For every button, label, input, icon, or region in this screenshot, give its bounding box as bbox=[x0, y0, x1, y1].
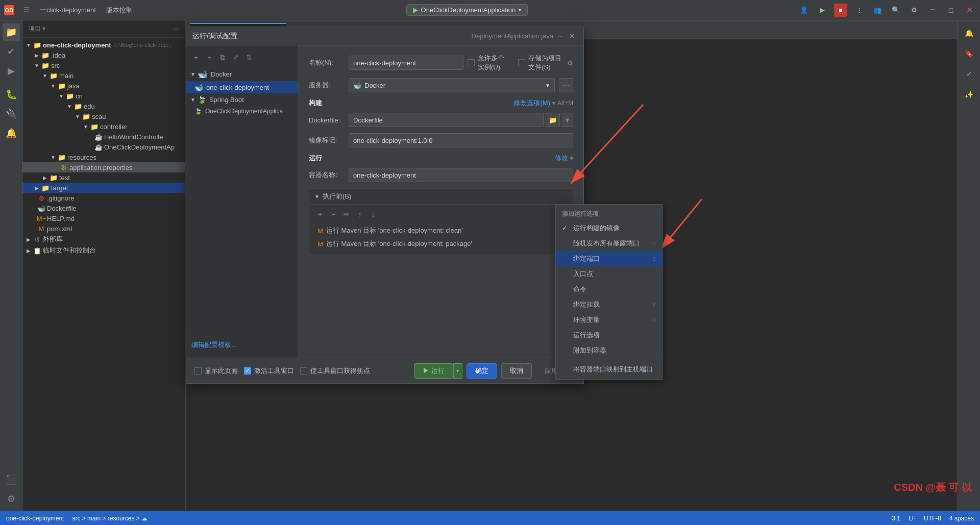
confirm-button[interactable]: 确定 bbox=[467, 363, 497, 379]
containername-input[interactable] bbox=[349, 168, 573, 182]
settings-icon[interactable]: ⚙ bbox=[908, 4, 921, 17]
tree-item-java[interactable]: ▼ 📁 java bbox=[22, 81, 185, 91]
tree-item-src[interactable]: ▼ 📁 src bbox=[22, 60, 185, 70]
get-focus-checkbox[interactable]: 使工具窗口获得焦点 bbox=[300, 366, 370, 376]
tree-item-gitignore[interactable]: ⊗ .gitignore bbox=[22, 193, 185, 203]
activity-terminal-icon[interactable]: ⬛ bbox=[3, 471, 20, 488]
menu-item-bind-mounts[interactable]: 绑定挂载 -v bbox=[556, 297, 662, 312]
task-item-1[interactable]: M 运行 Maven 目标 'one-click-deployment: cle… bbox=[314, 224, 568, 237]
menu-item-expose-ports[interactable]: 随机发布所有暴露端口 -p bbox=[556, 236, 662, 251]
prebuild-remove-button[interactable]: − bbox=[328, 209, 339, 220]
activity-project-icon[interactable]: 📁 bbox=[3, 23, 20, 41]
right-check-icon[interactable]: ✓ bbox=[961, 65, 978, 83]
copy-config-button[interactable]: ⧉ bbox=[217, 52, 228, 63]
prebuild-up-button[interactable]: ↑ bbox=[354, 209, 365, 220]
cancel-button[interactable]: 取消 bbox=[501, 363, 532, 379]
right-notifications-icon[interactable]: 🔔 bbox=[961, 24, 978, 42]
tree-item-dockerfile[interactable]: 🐋 Dockerfile bbox=[22, 203, 185, 213]
menu-item-entry-point[interactable]: 入口点 bbox=[556, 266, 662, 282]
right-bookmark-icon[interactable]: 🔖 bbox=[961, 45, 978, 62]
server-select[interactable]: 🐋 Docker ▼ bbox=[349, 78, 555, 92]
menu-item-map-ports[interactable]: 将容器端口映射到主机端口 bbox=[556, 362, 662, 377]
tree-item-temp-files[interactable]: ▶ 📋 临时文件和控制台 bbox=[22, 245, 185, 256]
modify-run-link[interactable]: 修改 bbox=[555, 154, 568, 163]
config-item-springboot-app[interactable]: 🍃 OneClickDeploymentApplica bbox=[186, 106, 298, 117]
tree-item-target[interactable]: ▶ 📁 target bbox=[22, 183, 185, 193]
save-to-project-check[interactable] bbox=[518, 59, 525, 66]
task-item-2[interactable]: M 运行 Maven 目标 'one-click-deployment: pac… bbox=[314, 237, 568, 251]
allow-multiple-checkbox[interactable]: 允许多个实例(U) bbox=[468, 54, 510, 72]
dockerfile-input[interactable] bbox=[349, 113, 544, 127]
tree-item-helloworld[interactable]: ☕ HelloWorldControlle bbox=[22, 132, 185, 142]
accounts-icon[interactable]: 👥 bbox=[871, 4, 884, 17]
right-ai-icon[interactable]: ✨ bbox=[961, 86, 978, 103]
vcs-menu[interactable]: 版本控制 bbox=[102, 4, 137, 17]
prebuild-header[interactable]: ▼ 执行前(B) bbox=[309, 189, 573, 205]
name-input[interactable] bbox=[349, 56, 463, 70]
tree-item-cn[interactable]: ▼ 📁 cn bbox=[22, 91, 185, 101]
config-item-one-click[interactable]: 🐋 one-click-deployment bbox=[186, 81, 298, 93]
tree-item-idea[interactable]: ▶ 📁 .idea bbox=[22, 50, 185, 60]
more-icon[interactable]: ⋮ bbox=[852, 4, 866, 17]
edit-templates-link[interactable]: 编辑配置模板... bbox=[186, 336, 298, 354]
project-name-menu[interactable]: 一click-deployment bbox=[36, 4, 100, 17]
sort-config-button[interactable]: ⇅ bbox=[243, 52, 255, 63]
maximize-button[interactable]: □ bbox=[944, 4, 958, 17]
menu-item-env-vars[interactable]: 环境变量 -e bbox=[556, 312, 662, 328]
activity-debug-icon[interactable]: 🐛 bbox=[3, 86, 20, 103]
activate-window-checkbox[interactable]: ✓ 激活工具窗口 bbox=[244, 366, 294, 376]
activity-plugins-icon[interactable]: 🔌 bbox=[3, 105, 20, 122]
dockerfile-browse-button[interactable]: 📁 bbox=[546, 113, 560, 127]
minimize-button[interactable]: − bbox=[926, 4, 939, 17]
tree-item-main[interactable]: ▼ 📁 main bbox=[22, 70, 185, 81]
tree-item-scau[interactable]: ▼ 📁 scau bbox=[22, 111, 185, 121]
add-config-button[interactable]: + bbox=[190, 52, 202, 63]
run-dropdown-button[interactable]: ▾ bbox=[453, 363, 462, 379]
modify-options-link[interactable]: 修改选项(M) bbox=[513, 98, 550, 108]
search-icon[interactable]: 🔍 bbox=[889, 4, 902, 17]
tree-item-resources[interactable]: ▼ 📁 resources bbox=[22, 152, 185, 162]
get-focus-check[interactable] bbox=[300, 367, 307, 374]
prebuild-edit-button[interactable]: ✏ bbox=[341, 209, 352, 220]
activity-run-icon[interactable]: ▶ bbox=[3, 62, 20, 80]
tree-item-root[interactable]: ▼ 📁 one-click-deployment F:\Blog\one-cli… bbox=[22, 40, 185, 50]
menu-item-run-options[interactable]: 运行选项 bbox=[556, 328, 662, 343]
save-to-project-checkbox[interactable]: 存储为项目文件(S) ⚙ bbox=[518, 54, 573, 72]
config-section-docker[interactable]: ▼ 🐋 Docker bbox=[186, 67, 298, 81]
tree-item-appprops[interactable]: ⚙ application.properties bbox=[22, 162, 185, 172]
menu-item-bind-ports[interactable]: 绑定端口 -p bbox=[556, 251, 662, 266]
imagetag-input[interactable] bbox=[349, 133, 573, 147]
activate-window-check[interactable]: ✓ bbox=[244, 367, 251, 374]
move-config-button[interactable]: ⤢ bbox=[230, 52, 241, 63]
dockerfile-dropdown-button[interactable]: ▼ bbox=[562, 113, 573, 127]
show-page-check[interactable] bbox=[194, 367, 202, 374]
tree-item-test[interactable]: ▶ 📁 test bbox=[22, 172, 185, 183]
run-button-icon[interactable]: ▶ bbox=[816, 4, 829, 17]
statusbar-project[interactable]: one-click-deployment bbox=[6, 515, 64, 522]
config-section-springboot[interactable]: ▼ 🍃 Spring Boot bbox=[186, 93, 298, 106]
dialog-tab-more[interactable]: ⋯ bbox=[557, 32, 564, 40]
dialog-close-button[interactable]: ✕ bbox=[566, 31, 577, 42]
run-config-selector[interactable]: ▶ OneClickDeploymentApplication ▾ bbox=[406, 4, 528, 16]
prebuild-down-button[interactable]: ↓ bbox=[368, 209, 379, 220]
run-button[interactable]: ▶ 运行 bbox=[414, 363, 453, 379]
server-settings-button[interactable]: ⋯ bbox=[559, 78, 573, 92]
activity-commit-icon[interactable]: ✔ bbox=[3, 43, 20, 60]
tree-item-helpmd[interactable]: M+ HELP.md bbox=[22, 213, 185, 223]
menu-item-attach-container[interactable]: 附加到容器 bbox=[556, 343, 662, 358]
activity-settings2-icon[interactable]: ⚙ bbox=[3, 490, 20, 508]
menu-item-command[interactable]: 命令 bbox=[556, 282, 662, 297]
remove-config-button[interactable]: − bbox=[204, 52, 215, 63]
tree-item-controller[interactable]: ▼ 📁 controller bbox=[22, 121, 185, 132]
menu-item-run-built-image[interactable]: ✓ 运行构建的镜像 bbox=[556, 220, 662, 236]
tree-item-external-libs[interactable]: ▶ ⚙ 外部库 bbox=[22, 234, 185, 245]
hamburger-menu[interactable]: ☰ bbox=[19, 4, 34, 16]
close-button[interactable]: ✕ bbox=[963, 4, 976, 17]
profile-icon[interactable]: 👤 bbox=[797, 4, 811, 17]
tree-item-oneclick[interactable]: ☕ OneClickDeploymentAp bbox=[22, 142, 185, 152]
show-page-checkbox[interactable]: 显示此页面 bbox=[194, 366, 238, 376]
activity-notifications-icon[interactable]: 🔔 bbox=[3, 124, 20, 142]
tree-item-edu[interactable]: ▼ 📁 edu bbox=[22, 101, 185, 111]
stop-button-icon[interactable]: ■ bbox=[834, 4, 847, 17]
tree-item-pomxml[interactable]: M pom.xml bbox=[22, 223, 185, 234]
